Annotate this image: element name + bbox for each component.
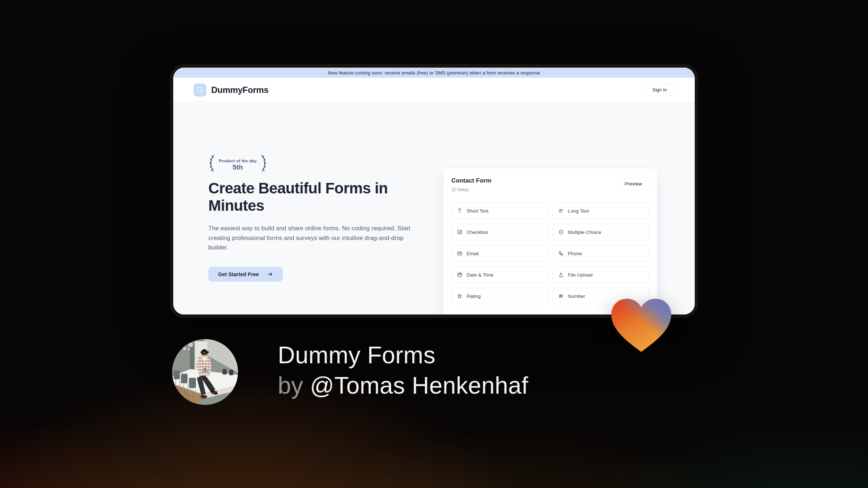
brand-name: DummyForms (211, 85, 268, 95)
form-field-count: 10 fields (451, 187, 469, 192)
form-title: Contact Form (451, 177, 492, 184)
laurel-right-icon (260, 154, 268, 173)
award-rank: 5th (219, 163, 257, 171)
brand-logo[interactable] (193, 84, 207, 97)
hero-description: The easiest way to build and share onlin… (208, 224, 420, 253)
field-phone[interactable]: Phone (553, 245, 649, 262)
field-date-time[interactable]: Date & Time (451, 266, 548, 283)
hero-section: Product of the day 5th Create Beautiful … (173, 102, 695, 314)
byline-author: @Tomas Henkenhaf (310, 372, 528, 399)
field-checkbox[interactable]: Checkbox (451, 224, 548, 240)
field-email[interactable]: Email (451, 245, 548, 262)
heart-logo (607, 292, 675, 357)
product-of-the-day-badge: Product of the day 5th (208, 154, 268, 173)
preview-button[interactable]: Preview (617, 178, 650, 190)
calendar-icon (457, 272, 463, 278)
field-palette: Short Text Long Text Checkbox Multiple C… (451, 202, 649, 304)
get-started-button[interactable]: Get Started Free (208, 267, 283, 282)
cursor-select-icon (196, 86, 204, 94)
radio-icon (558, 229, 564, 235)
award-text: Product of the day 5th (219, 159, 257, 173)
checkbox-icon (457, 229, 463, 235)
byline-by-prefix: by (278, 372, 303, 399)
laurel-left-icon (208, 154, 216, 173)
site-header: DummyForms Sign In (173, 78, 695, 102)
field-short-text[interactable]: Short Text (451, 202, 548, 219)
field-file-upload[interactable]: File Upload (553, 266, 649, 283)
landing-page-window: New feature coming soon: receive emails … (173, 68, 695, 314)
byline-credit: Dummy Forms by @Tomas Henkenhaf (278, 340, 528, 401)
long-text-icon (558, 208, 564, 214)
arrow-right-icon (267, 271, 273, 277)
upload-icon (558, 272, 564, 278)
sign-in-button[interactable]: Sign In (645, 84, 675, 96)
byline-author-line: by @Tomas Henkenhaf (278, 370, 528, 401)
field-long-text[interactable]: Long Text (553, 202, 649, 219)
avatar-photo-illustration (172, 339, 238, 405)
byline-product: Dummy Forms (278, 340, 528, 370)
hero-title: Create Beautiful Forms inMinutes (208, 180, 411, 214)
envelope-icon (457, 251, 463, 256)
star-icon (457, 293, 463, 299)
short-text-icon (457, 208, 463, 214)
announcement-text: New feature coming soon: receive emails … (328, 70, 540, 76)
author-avatar (172, 339, 238, 405)
announcement-banner: New feature coming soon: receive emails … (173, 68, 695, 78)
field-multiple-choice[interactable]: Multiple Choice (553, 224, 649, 240)
phone-icon (558, 251, 564, 256)
award-title: Product of the day (219, 159, 257, 163)
hash-icon (558, 293, 564, 299)
field-rating[interactable]: Rating (451, 288, 548, 304)
